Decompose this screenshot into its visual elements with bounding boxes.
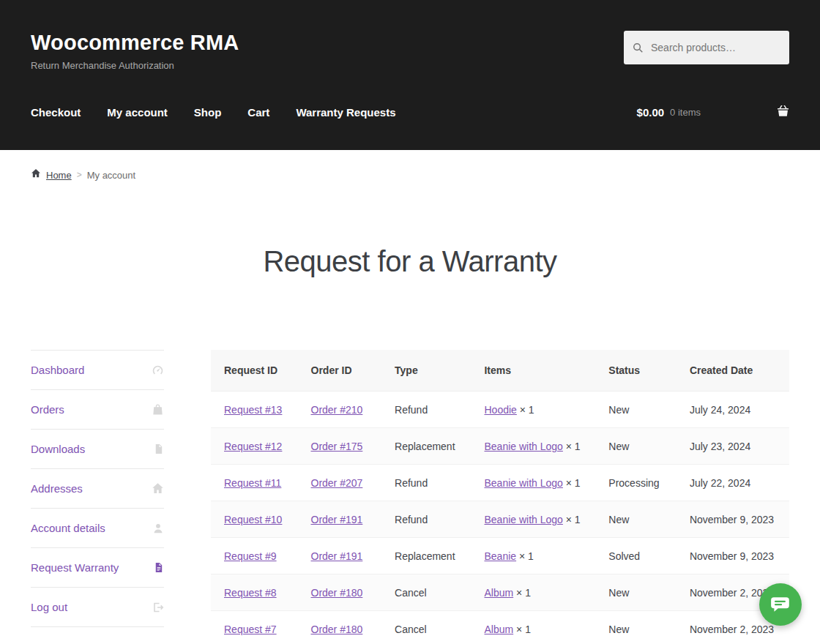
type-cell: Refund	[381, 392, 471, 428]
status-cell: New	[595, 392, 676, 428]
status-cell: Solved	[595, 538, 676, 574]
item-quantity: × 1	[566, 441, 581, 452]
table-row: Request #13 Order #210 Refund Hoodie × 1…	[211, 392, 789, 428]
sidebar-item-label[interactable]: Orders	[31, 403, 64, 416]
header-request-id: Request ID	[211, 350, 298, 392]
chat-bubble-icon	[769, 594, 791, 615]
page-title: Request for a Warranty	[0, 245, 820, 278]
item-link[interactable]: Hoodie	[484, 404, 516, 416]
item-quantity: × 1	[520, 404, 534, 416]
table-row: Request #11 Order #207 Refund Beanie wit…	[211, 465, 789, 501]
table-row: Request #8 Order #180 Cancel Album × 1 N…	[211, 574, 789, 611]
item-quantity: × 1	[516, 587, 531, 599]
header-created-date: Created Date	[676, 350, 789, 392]
request-link[interactable]: Request #13	[224, 404, 282, 416]
sidebar-item-addresses[interactable]: Addresses	[31, 468, 164, 508]
header-status: Status	[595, 350, 676, 392]
warranty-requests-table: Request ID Order ID Type Items Status Cr…	[211, 350, 789, 644]
content-area: Dashboard Orders Downloads Addresses Acc…	[0, 350, 820, 644]
type-cell: Replacement	[381, 428, 471, 465]
logout-icon	[152, 602, 164, 613]
status-cell: New	[595, 611, 676, 644]
site-header: Woocommerce RMA Return Merchandise Autho…	[0, 0, 820, 150]
item-quantity: × 1	[566, 477, 581, 489]
type-cell: Cancel	[381, 611, 471, 644]
sidebar-item-account-details[interactable]: Account details	[31, 508, 164, 547]
header-type: Type	[381, 350, 471, 392]
request-link[interactable]: Request #10	[224, 514, 282, 525]
status-cell: New	[595, 428, 676, 465]
item-link[interactable]: Album	[484, 587, 513, 599]
account-sidebar: Dashboard Orders Downloads Addresses Acc…	[31, 350, 164, 627]
nav-checkout[interactable]: Checkout	[31, 106, 81, 119]
item-link[interactable]: Album	[484, 624, 513, 635]
order-link[interactable]: Order #191	[311, 550, 363, 562]
created-date-cell: July 22, 2024	[676, 465, 789, 501]
item-link[interactable]: Beanie	[484, 550, 516, 562]
request-link[interactable]: Request #9	[224, 550, 277, 562]
order-link[interactable]: Order #175	[311, 441, 363, 452]
warranty-requests-table-wrap: Request ID Order ID Type Items Status Cr…	[211, 350, 789, 644]
site-branding: Woocommerce RMA Return Merchandise Autho…	[31, 31, 239, 71]
request-link[interactable]: Request #11	[224, 477, 281, 489]
request-link[interactable]: Request #12	[224, 441, 282, 452]
table-header-row: Request ID Order ID Type Items Status Cr…	[211, 350, 789, 392]
order-link[interactable]: Order #180	[311, 587, 363, 599]
dashboard-icon	[152, 364, 164, 376]
header-order-id: Order ID	[298, 350, 382, 392]
order-link[interactable]: Order #191	[311, 514, 363, 525]
cart-total: $0.00	[637, 106, 665, 119]
status-cell: New	[595, 501, 676, 538]
nav-shop[interactable]: Shop	[194, 106, 222, 119]
sidebar-item-dashboard[interactable]: Dashboard	[31, 350, 164, 389]
type-cell: Cancel	[381, 574, 471, 611]
sidebar-item-request-warranty[interactable]: Request Warranty	[31, 547, 164, 587]
item-link[interactable]: Beanie with Logo	[484, 477, 562, 489]
table-row: Request #12 Order #175 Replacement Beani…	[211, 428, 789, 465]
breadcrumb-separator: >	[77, 170, 82, 180]
main-nav: Checkout My account Shop Cart Warranty R…	[31, 105, 789, 120]
item-link[interactable]: Beanie with Logo	[484, 441, 562, 452]
sidebar-item-label[interactable]: Addresses	[31, 482, 83, 495]
addresses-icon	[152, 482, 164, 495]
user-icon	[152, 523, 164, 534]
sidebar-item-label[interactable]: Log out	[31, 601, 67, 613]
orders-icon	[152, 403, 164, 416]
nav-warranty-requests[interactable]: Warranty Requests	[296, 106, 395, 119]
nav-cart[interactable]: Cart	[247, 106, 269, 119]
created-date-cell: July 23, 2024	[676, 428, 789, 465]
table-row: Request #10 Order #191 Refund Beanie wit…	[211, 501, 789, 538]
cart-summary[interactable]: $0.00 0 items	[637, 105, 789, 120]
header-items: Items	[471, 350, 595, 392]
sidebar-item-downloads[interactable]: Downloads	[31, 429, 164, 468]
chat-button[interactable]	[759, 583, 802, 626]
status-cell: New	[595, 574, 676, 611]
site-tagline: Return Merchandise Authorization	[31, 60, 239, 71]
cart-icon[interactable]	[777, 105, 789, 120]
order-link[interactable]: Order #210	[311, 404, 363, 416]
search-box[interactable]	[624, 31, 789, 64]
search-icon	[633, 42, 644, 53]
sidebar-item-log-out[interactable]: Log out	[31, 587, 164, 626]
item-quantity: × 1	[519, 550, 534, 562]
request-link[interactable]: Request #7	[224, 624, 277, 635]
breadcrumb-current: My account	[87, 170, 135, 181]
sidebar-item-label[interactable]: Downloads	[31, 443, 85, 455]
site-title[interactable]: Woocommerce RMA	[31, 31, 239, 55]
sidebar-item-orders[interactable]: Orders	[31, 389, 164, 429]
created-date-cell: July 24, 2024	[676, 392, 789, 428]
home-icon	[31, 168, 41, 181]
breadcrumb-home-link[interactable]: Home	[46, 170, 72, 181]
type-cell: Refund	[381, 465, 471, 501]
nav-my-account[interactable]: My account	[107, 106, 168, 119]
order-link[interactable]: Order #180	[311, 624, 363, 635]
request-link[interactable]: Request #8	[224, 587, 277, 599]
sidebar-item-label[interactable]: Account details	[31, 522, 105, 534]
cart-count: 0 items	[670, 107, 701, 118]
item-link[interactable]: Beanie with Logo	[484, 514, 562, 525]
order-link[interactable]: Order #207	[311, 477, 363, 489]
warranty-doc-icon	[153, 562, 164, 573]
sidebar-item-label[interactable]: Dashboard	[31, 364, 84, 376]
sidebar-item-label[interactable]: Request Warranty	[31, 561, 119, 574]
search-input[interactable]	[649, 41, 780, 54]
